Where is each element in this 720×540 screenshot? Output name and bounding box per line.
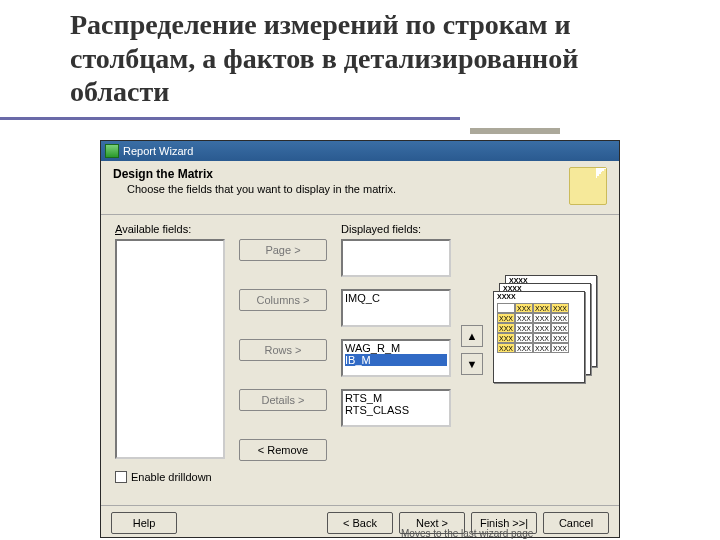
list-item[interactable]: IMQ_C	[345, 292, 447, 304]
wizard-head-title: Design the Matrix	[113, 167, 607, 181]
move-down-button[interactable]: ▼	[461, 353, 483, 375]
enable-drilldown-row[interactable]: Enable drilldown	[115, 471, 212, 483]
help-button[interactable]: Help	[111, 512, 177, 534]
rows-button[interactable]: Rows >	[239, 339, 327, 361]
enable-drilldown-checkbox[interactable]	[115, 471, 127, 483]
move-up-button[interactable]: ▲	[461, 325, 483, 347]
status-bar-text: Moves to the last wizard page	[401, 528, 533, 539]
available-fields-listbox[interactable]	[115, 239, 225, 459]
page-button[interactable]: Page >	[239, 239, 327, 261]
list-item-selected[interactable]: IB_M	[345, 354, 447, 366]
matrix-preview: XXXX XXXX XXXX XXXXXXXXX XXXXXXXXXXXX XX…	[493, 275, 603, 385]
titlebar[interactable]: Report Wizard	[101, 141, 619, 161]
app-icon	[105, 144, 119, 158]
columns-button[interactable]: Columns >	[239, 289, 327, 311]
list-item[interactable]: RTS_M	[345, 392, 447, 404]
columns-fields-listbox[interactable]: IMQ_C	[341, 289, 451, 327]
wizard-body: Available fields: Page > Columns > Rows …	[101, 215, 619, 505]
remove-button[interactable]: < Remove	[239, 439, 327, 461]
cancel-button[interactable]: Cancel	[543, 512, 609, 534]
slide-title: Распределение измерений по строкам и сто…	[0, 0, 720, 113]
details-button[interactable]: Details >	[239, 389, 327, 411]
back-button[interactable]: < Back	[327, 512, 393, 534]
slide-rule	[0, 117, 460, 120]
preview-card: XXXX XXXXXXXXX XXXXXXXXXXXX XXXXXXXXXXXX…	[493, 291, 585, 383]
displayed-fields-label: Displayed fields:	[341, 223, 421, 235]
available-fields-label: Available fields:	[115, 223, 191, 235]
report-wizard-dialog: Report Wizard Design the Matrix Choose t…	[100, 140, 620, 538]
wizard-head-sub: Choose the fields that you want to displ…	[127, 183, 607, 195]
list-item[interactable]: RTS_CLASS	[345, 404, 447, 416]
slide-accent	[470, 128, 560, 134]
wizard-header: Design the Matrix Choose the fields that…	[101, 161, 619, 215]
wizard-footer: Help < Back Next > Finish >>| Cancel	[101, 505, 619, 539]
window-title: Report Wizard	[123, 145, 193, 157]
page-fields-listbox[interactable]	[341, 239, 451, 277]
assign-buttons: Page > Columns > Rows > Details > < Remo…	[239, 239, 327, 489]
details-fields-listbox[interactable]: RTS_M RTS_CLASS	[341, 389, 451, 427]
sticky-note-icon	[569, 167, 607, 205]
rows-fields-listbox[interactable]: WAG_R_M IB_M	[341, 339, 451, 377]
list-item[interactable]: WAG_R_M	[345, 342, 447, 354]
enable-drilldown-label: Enable drilldown	[131, 471, 212, 483]
